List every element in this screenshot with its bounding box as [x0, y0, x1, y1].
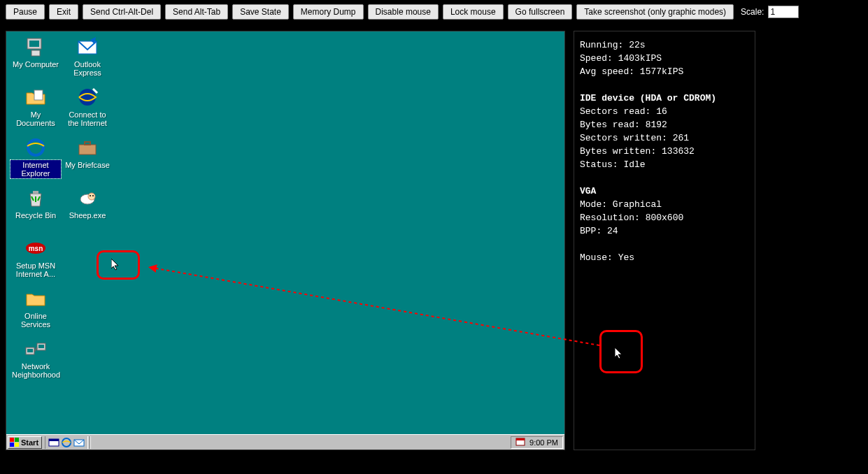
recycle-icon — [24, 187, 47, 209]
start-button[interactable]: Start — [8, 436, 42, 449]
mouse-value: Yes — [618, 252, 634, 263]
desktop-icon-label: Sheep.exe — [62, 210, 113, 220]
mode-label: Mode: — [580, 199, 607, 210]
desktop-icon-label: Internet Explorer — [10, 160, 61, 178]
desktop-icon-online-services[interactable]: Online Services — [10, 287, 61, 329]
desktop-icon-label: Online Services — [10, 311, 61, 329]
desktop-icon-label: Connect to the Internet — [62, 110, 113, 128]
vm-screen[interactable]: My ComputerOutlook ExpressMy DocumentsCo… — [6, 31, 565, 450]
bpp-label: BPP: — [580, 226, 602, 236]
bytes-read-label: Bytes read: — [580, 120, 640, 130]
quick-launch — [45, 436, 88, 449]
avgspeed-label: Avg speed: — [580, 66, 634, 77]
desktop-icon-label: Network Neighborhood — [10, 361, 61, 380]
resolution-value: 800x600 — [646, 213, 684, 223]
pause-button[interactable]: Pause — [6, 4, 45, 20]
status-label: Status: — [580, 159, 618, 170]
disable-mouse-button[interactable]: Disable mouse — [368, 4, 439, 20]
go-fullscreen-button[interactable]: Go fullscreen — [508, 4, 573, 20]
ie-icon — [24, 136, 47, 159]
show-desktop-icon[interactable] — [48, 437, 59, 448]
svg-rect-22 — [10, 443, 14, 447]
clock[interactable]: 9:00 PM — [529, 438, 558, 447]
start-label: Start — [21, 438, 38, 447]
desktop-icon-label: Outlook Express — [62, 59, 113, 78]
outlook-icon — [76, 36, 99, 58]
network-icon — [24, 338, 47, 360]
outlook-icon[interactable] — [73, 437, 85, 448]
svg-point-26 — [62, 438, 71, 447]
sectors-read-label: Sectors read: — [580, 106, 650, 117]
svg-rect-20 — [10, 438, 14, 442]
svg-rect-2 — [31, 50, 40, 56]
system-tray: 9:00 PM — [511, 436, 563, 449]
computer-icon — [24, 36, 47, 58]
bytes-read-value: 8192 — [646, 120, 667, 130]
desktop-icon-setup-msn[interactable]: msnSetup MSN Internet A... — [10, 237, 61, 279]
desktop-icon-label: Recycle Bin — [10, 210, 61, 220]
resolution-label: Resolution: — [580, 213, 640, 223]
svg-text:msn: msn — [29, 245, 43, 252]
ie-icon[interactable] — [61, 437, 72, 448]
svg-point-11 — [90, 195, 91, 196]
desktop-icon-sheep-exe[interactable]: Sheep.exe — [62, 187, 113, 220]
svg-rect-21 — [15, 438, 19, 442]
scale-label: Scale: — [741, 7, 764, 17]
msn-icon: msn — [24, 237, 47, 259]
exit-button[interactable]: Exit — [49, 4, 78, 20]
svg-line-19 — [34, 347, 37, 352]
svg-point-5 — [79, 89, 96, 106]
status-value: Idle — [623, 159, 645, 170]
emulator-toolbar: Pause Exit Send Ctrl-Alt-Del Send Alt-Ta… — [0, 0, 868, 24]
desktop[interactable]: My ComputerOutlook ExpressMy DocumentsCo… — [6, 31, 564, 434]
sectors-written-value: 261 — [673, 133, 689, 143]
svg-point-10 — [88, 193, 95, 200]
desktop-icon-label: My Briefcase — [62, 160, 113, 170]
bytes-written-label: Bytes written: — [580, 146, 656, 157]
scheduler-icon[interactable] — [515, 437, 525, 448]
bpp-value: 24 — [607, 226, 618, 236]
desktop-icon-connect-internet[interactable]: Connect to the Internet — [62, 86, 113, 128]
mode-value: Graphical — [613, 199, 662, 210]
briefcase-icon — [76, 136, 99, 159]
bytes-written-value: 133632 — [662, 146, 695, 157]
mouse-label: Mouse: — [580, 252, 613, 263]
folder-doc-icon — [24, 86, 47, 108]
send-alt-tab-button[interactable]: Send Alt-Tab — [165, 4, 228, 20]
status-panel: Running: 22s Speed: 1403kIPS Avg speed: … — [574, 31, 755, 450]
svg-rect-29 — [516, 438, 525, 440]
svg-point-6 — [28, 140, 43, 155]
svg-rect-4 — [34, 90, 43, 100]
running-label: Running: — [580, 40, 623, 50]
desktop-icon-network-neighborhood[interactable]: Network Neighborhood — [10, 338, 61, 380]
ide-header: IDE device (HDA or CDROM) — [580, 93, 716, 103]
desktop-icon-my-briefcase[interactable]: My Briefcase — [62, 136, 113, 170]
svg-rect-23 — [15, 443, 19, 447]
desktop-icon-outlook-express[interactable]: Outlook Express — [62, 36, 113, 78]
desktop-icon-label: Setup MSN Internet A... — [10, 261, 61, 279]
memory-dump-button[interactable]: Memory Dump — [293, 4, 364, 20]
desktop-icon-my-computer[interactable]: My Computer — [10, 36, 61, 69]
sheep-icon — [76, 187, 99, 209]
take-screenshot-button[interactable]: Take screenshot (only graphic modes) — [576, 4, 734, 20]
svg-rect-18 — [38, 345, 44, 348]
send-ctrl-alt-del-button[interactable]: Send Ctrl-Alt-Del — [83, 4, 161, 20]
taskbar: Start 9:00 PM — [6, 434, 564, 450]
speed-label: Speed: — [580, 53, 613, 64]
desktop-icon-label: My Documents — [10, 110, 61, 128]
desktop-icon-recycle-bin[interactable]: Recycle Bin — [10, 187, 61, 220]
save-state-button[interactable]: Save State — [232, 4, 289, 20]
folder-icon — [24, 287, 47, 310]
running-value: 22s — [629, 40, 645, 50]
sectors-written-label: Sectors written: — [580, 133, 667, 143]
sectors-read-value: 16 — [656, 106, 667, 117]
lock-mouse-button[interactable]: Lock mouse — [443, 4, 504, 20]
svg-rect-16 — [27, 349, 33, 352]
scale-input[interactable] — [768, 6, 799, 18]
speed-value: 1403kIPS — [618, 53, 662, 64]
avgspeed-value: 1577kIPS — [640, 66, 683, 77]
desktop-icon-my-documents[interactable]: My Documents — [10, 86, 61, 128]
svg-rect-8 — [85, 142, 90, 145]
desktop-icon-internet-explorer[interactable]: Internet Explorer — [10, 136, 61, 178]
vga-header: VGA — [580, 186, 596, 196]
